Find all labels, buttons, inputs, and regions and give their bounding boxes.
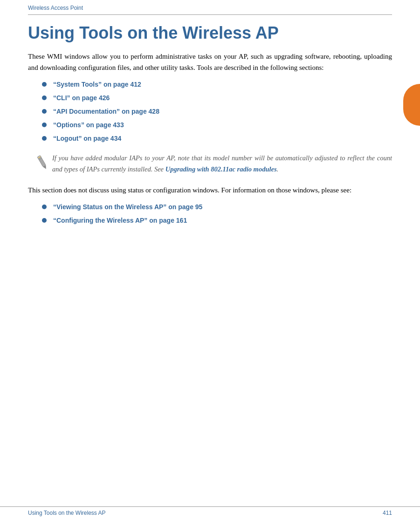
footer-left: Using Tools on the Wireless AP (28, 510, 106, 516)
list-item: “Configuring the Wireless AP” on page 16… (42, 216, 392, 225)
note-box: If you have added modular IAPs to your A… (33, 153, 392, 175)
note-icon (33, 153, 52, 172)
link-viewing-status[interactable]: “Viewing Status on the Wireless AP” on p… (53, 202, 202, 212)
links-list-1: “System Tools” on page 412 “CLI” on page… (42, 80, 392, 143)
links-list-2: “Viewing Status on the Wireless AP” on p… (42, 202, 392, 225)
link-configuring[interactable]: “Configuring the Wireless AP” on page 16… (53, 216, 187, 225)
list-item: “API Documentation” on page 428 (42, 107, 392, 116)
link-options[interactable]: “Options” on page 433 (53, 120, 124, 130)
bullet-dot (42, 109, 47, 114)
note-text-after: . (277, 165, 279, 173)
note-link: Upgrading with 802.11ac radio modules (165, 165, 277, 173)
intro-paragraph: These WMI windows allow you to perform a… (28, 51, 392, 73)
breadcrumb-text: Wireless Access Point (28, 5, 83, 11)
header-breadcrumb: Wireless Access Point (28, 0, 392, 15)
list-item: “Logout” on page 434 (42, 134, 392, 143)
link-system-tools[interactable]: “System Tools” on page 412 (53, 80, 141, 89)
link-api-docs[interactable]: “API Documentation” on page 428 (53, 107, 159, 116)
link-logout[interactable]: “Logout” on page 434 (53, 134, 121, 143)
bullet-dot (42, 136, 47, 141)
bullet-dot (42, 123, 47, 127)
link-cli[interactable]: “CLI” on page 426 (53, 93, 110, 103)
footer: Using Tools on the Wireless AP 411 (0, 506, 420, 519)
bullet-dot (42, 96, 47, 100)
list-item: “Viewing Status on the Wireless AP” on p… (42, 202, 392, 212)
orange-tab (403, 84, 420, 126)
second-paragraph: This section does not discuss using stat… (28, 184, 392, 196)
bullet-dot (42, 82, 47, 87)
bullet-dot (42, 205, 47, 209)
list-item: “CLI” on page 426 (42, 93, 392, 103)
footer-right: 411 (383, 510, 392, 516)
page-title: Using Tools on the Wireless AP (28, 23, 392, 42)
list-item: “System Tools” on page 412 (42, 80, 392, 89)
page-container: Wireless Access Point Using Tools on the… (0, 0, 420, 519)
note-text: If you have added modular IAPs to your A… (52, 153, 392, 175)
list-item: “Options” on page 433 (42, 120, 392, 130)
bullet-dot (42, 218, 47, 223)
